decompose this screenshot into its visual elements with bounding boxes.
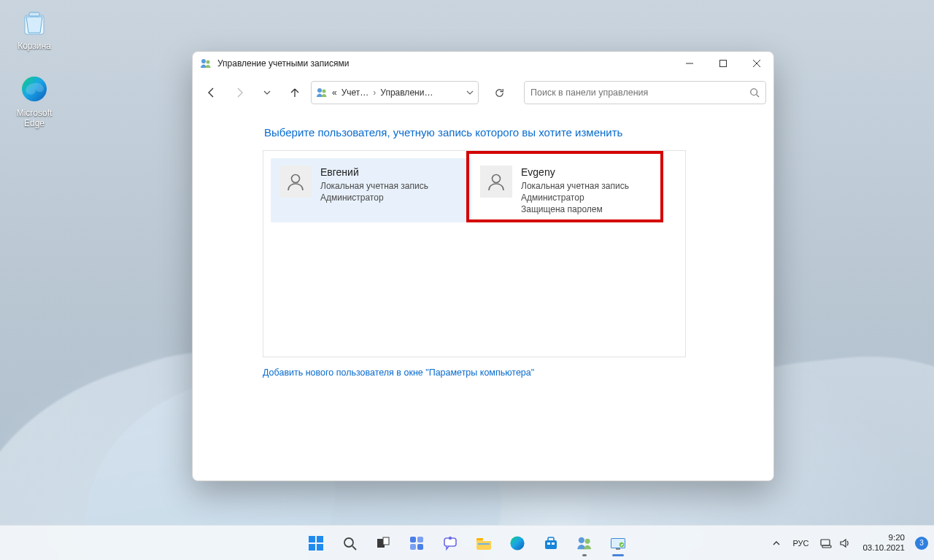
refresh-button[interactable] [487,81,511,104]
svg-point-3 [201,59,206,63]
user-accounts-icon [200,58,212,69]
page-heading: Выберите пользователя, учетную запись ко… [264,126,741,139]
content-area: Выберите пользователя, учетную запись ко… [193,110,773,481]
close-button[interactable] [740,52,773,75]
up-button[interactable] [283,81,306,104]
system-tray: РУС 9:20 03.10.2021 3 [768,533,928,552]
taskbar: РУС 9:20 03.10.2021 3 [0,525,934,560]
desktop-icon-recycle-bin[interactable]: Корзина [6,6,63,51]
taskbar-search-button[interactable] [335,529,364,558]
svg-point-10 [323,90,326,93]
svg-rect-35 [552,542,555,545]
tray-overflow-button[interactable] [768,536,785,551]
file-explorer-button[interactable] [469,529,498,558]
search-icon[interactable] [749,88,760,98]
svg-line-12 [757,95,760,98]
desktop-icon-edge[interactable]: Microsoft Edge [6,73,63,129]
titlebar[interactable]: Управление учетными записями [193,52,773,75]
svg-rect-40 [616,548,620,550]
user-type: Локальная учетная запись [521,180,629,192]
window-controls [673,52,773,75]
control-panel-window: Управление учетными записями [192,51,774,481]
edge-icon [18,73,50,105]
task-view-button[interactable] [368,529,398,558]
toolbar: « Учет… › Управлени… [193,75,773,110]
recent-dropdown-button[interactable] [255,81,279,104]
start-button[interactable] [301,529,331,558]
svg-point-37 [585,538,590,543]
search-input[interactable] [530,88,749,98]
svg-rect-30 [478,543,490,545]
desktop: Корзина Microsoft Edge [0,0,934,560]
minimize-button[interactable] [673,52,706,75]
tray-status-group[interactable] [816,535,855,551]
avatar-icon [480,166,512,198]
forward-button[interactable] [228,81,251,104]
store-button[interactable] [536,529,566,558]
maximize-button[interactable] [706,52,740,75]
svg-point-14 [493,175,501,183]
breadcrumb-chevron-back[interactable]: « [332,88,337,98]
svg-rect-22 [383,537,389,545]
language-indicator[interactable]: РУС [791,539,810,548]
recycle-bin-icon [18,6,50,38]
chevron-right-icon: › [373,88,376,98]
desktop-icon-label: Корзина [18,41,51,51]
search-bar[interactable] [524,81,766,104]
svg-rect-33 [548,537,554,541]
user-role: Администратор [320,192,428,203]
widgets-button[interactable] [402,529,431,558]
svg-rect-1 [29,12,39,16]
svg-rect-43 [822,545,831,548]
svg-rect-24 [417,537,423,542]
svg-point-28 [449,536,452,539]
taskbar-app-users[interactable] [570,529,599,558]
svg-line-20 [352,546,356,550]
svg-rect-26 [417,544,423,550]
breadcrumb-seg-1[interactable]: Учет… [341,88,369,98]
svg-rect-18 [317,544,323,551]
svg-point-13 [292,175,300,183]
breadcrumb-seg-2[interactable]: Управлени… [380,88,433,98]
svg-rect-25 [410,544,416,550]
user-password-status: Защищена паролем [521,203,629,215]
user-type: Локальная учетная запись [320,180,428,192]
user-list: Евгений Локальная учетная запись Админис… [263,150,686,357]
svg-rect-23 [410,537,416,542]
svg-rect-17 [309,544,315,551]
back-button[interactable] [200,81,223,104]
svg-point-4 [207,61,210,64]
taskbar-app-control-panel[interactable] [603,529,633,558]
notification-badge[interactable]: 3 [915,537,928,550]
edge-taskbar-button[interactable] [503,529,532,558]
add-user-link[interactable]: Добавить нового пользователя в окне "Пар… [263,368,534,378]
svg-rect-34 [547,542,550,545]
svg-point-36 [579,537,584,542]
tray-clock[interactable]: 9:20 03.10.2021 [861,533,906,552]
svg-rect-6 [720,61,727,67]
user-name: Евгений [320,166,428,179]
volume-icon [839,538,851,548]
desktop-icon-label: Microsoft Edge [6,108,63,129]
svg-point-11 [751,89,757,96]
chat-button[interactable] [436,529,465,558]
svg-rect-15 [309,536,315,542]
user-role: Администратор [521,192,629,203]
user-tile[interactable]: Евгений Локальная учетная запись Админис… [271,158,471,222]
tray-time: 9:20 [889,533,905,542]
svg-rect-16 [317,536,323,542]
breadcrumb-icon [316,87,328,98]
taskbar-center [301,529,633,558]
svg-point-9 [317,88,322,93]
svg-point-31 [510,536,524,550]
svg-point-19 [344,538,353,547]
address-dropdown-button[interactable] [466,89,474,96]
avatar-icon [279,166,312,198]
svg-rect-29 [476,538,483,540]
user-tile[interactable]: Evgeny Локальная учетная запись Админист… [471,158,672,222]
tray-date: 03.10.2021 [862,543,905,553]
address-bar[interactable]: « Учет… › Управлени… [311,81,479,104]
network-icon [820,538,832,548]
user-name: Evgeny [521,166,629,179]
window-title: Управление учетными записями [217,58,673,69]
